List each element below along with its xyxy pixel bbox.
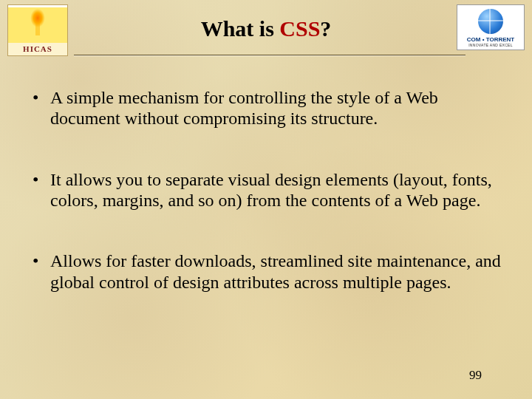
slide-title: What is CSS? bbox=[201, 16, 332, 41]
brand-subtext: INNOVATE AND EXCEL bbox=[468, 43, 513, 47]
page-number: 99 bbox=[469, 368, 482, 383]
body-content: A simple mechanism for controlling the s… bbox=[30, 87, 502, 332]
title-emphasis: CSS bbox=[279, 16, 320, 41]
title-prefix: What is bbox=[201, 16, 280, 41]
bullet-list: A simple mechanism for controlling the s… bbox=[30, 87, 502, 293]
title-suffix: ? bbox=[320, 16, 331, 41]
list-item: It allows you to separate visual design … bbox=[30, 169, 502, 211]
slide: HICAS COM • TORRENT INNOVATE AND EXCEL W… bbox=[0, 0, 532, 399]
title-underline bbox=[74, 55, 466, 55]
hicas-logo-label: HICAS bbox=[8, 43, 67, 55]
list-item: A simple mechanism for controlling the s… bbox=[30, 87, 502, 129]
title-area: What is CSS? bbox=[0, 16, 532, 41]
list-item: Allows for faster downloads, streamlined… bbox=[30, 250, 502, 293]
